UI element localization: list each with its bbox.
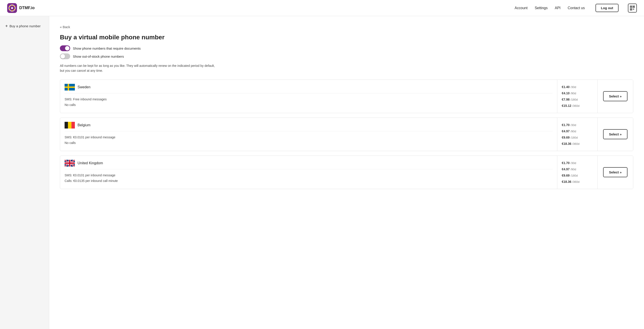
svg-rect-33 xyxy=(64,162,75,164)
price-value: €9.69 xyxy=(562,136,570,139)
svg-rect-18 xyxy=(633,9,634,10)
price-value: €9.69 xyxy=(562,174,570,177)
card-details: SMS: €0.0101 per inbound message No call… xyxy=(64,134,552,146)
country-name: United Kingdom xyxy=(78,161,103,165)
price-row: €7.98 /180d xyxy=(562,96,593,102)
calls-info: No calls xyxy=(64,102,552,108)
price-value: €1.70 xyxy=(562,161,570,165)
sidebar-item-buy-number[interactable]: + Buy a phone number xyxy=(4,22,45,30)
logo: DTMF.io xyxy=(7,3,35,13)
card-header: Sweden xyxy=(64,84,552,94)
price-row: €1.70 /30d xyxy=(562,122,593,128)
toggle-knob-outofstock xyxy=(60,54,65,58)
price-period: /30d xyxy=(570,86,576,89)
logo-svg xyxy=(8,4,16,12)
toggle-row-documents: Show phone numbers that require document… xyxy=(60,45,633,51)
price-period: /30d xyxy=(570,124,576,127)
card-prices: €1.70 /30d €4.97 /90d €9.69 /180d €18.36… xyxy=(557,156,597,189)
svg-rect-11 xyxy=(633,6,634,7)
app-name: DTMF.io xyxy=(19,6,35,10)
nav-api[interactable]: API xyxy=(555,6,561,10)
price-period: /360d xyxy=(572,104,580,108)
qr-icon xyxy=(630,6,635,10)
toggle-documents[interactable] xyxy=(60,45,70,51)
card-main: Belgium SMS: €0.0101 per inbound message… xyxy=(60,118,557,151)
select-button-gb[interactable]: Select » xyxy=(603,167,628,177)
toggle-row-outofstock: Show out-of-stock phone numbers xyxy=(60,54,633,59)
price-period: /180d xyxy=(570,136,578,139)
back-link[interactable]: « Back xyxy=(60,25,70,29)
nav-contact[interactable]: Contact us xyxy=(568,6,585,10)
price-row: €15.12 /360d xyxy=(562,102,593,109)
svg-rect-24 xyxy=(72,122,75,128)
price-period: /180d xyxy=(570,174,578,177)
select-button-se[interactable]: Select » xyxy=(603,91,628,101)
flag-be xyxy=(64,122,75,128)
toggle-outofstock[interactable] xyxy=(60,54,70,59)
price-value: €4.97 xyxy=(562,130,570,133)
svg-point-7 xyxy=(11,7,13,9)
svg-point-1 xyxy=(12,5,13,6)
price-period: /30d xyxy=(570,161,576,165)
nav-settings[interactable]: Settings xyxy=(535,6,548,10)
svg-rect-16 xyxy=(633,10,633,10)
card-details: SMS: €0.0101 per inbound message Calls: … xyxy=(64,172,552,184)
svg-point-3 xyxy=(14,9,15,10)
svg-point-6 xyxy=(9,6,10,7)
calls-info: Calls: €0.0135 per inbound call minute xyxy=(64,178,552,184)
price-value: €18.36 xyxy=(562,142,572,146)
svg-rect-15 xyxy=(634,8,634,9)
svg-rect-23 xyxy=(68,122,71,128)
country-card-se: Sweden SMS: Free inbound messages No cal… xyxy=(60,80,633,113)
calls-info: No calls xyxy=(64,140,552,146)
card-action: Select » xyxy=(597,118,633,151)
price-row: €9.69 /180d xyxy=(562,172,593,178)
card-main: Sweden SMS: Free inbound messages No cal… xyxy=(60,80,557,113)
price-row: €1.40 /30d xyxy=(562,84,593,90)
toggle-knob-documents xyxy=(65,46,70,50)
price-row: €1.70 /30d xyxy=(562,160,593,166)
logo-icon xyxy=(7,3,17,13)
toggle-documents-label: Show phone numbers that require document… xyxy=(73,46,141,50)
toggles-section: Show phone numbers that require document… xyxy=(60,45,633,59)
page-title: Buy a virtual mobile phone number xyxy=(60,34,633,41)
plus-icon: + xyxy=(5,24,8,28)
price-value: €4.10 xyxy=(562,92,570,95)
card-header: Belgium xyxy=(64,122,552,132)
card-main: United Kingdom SMS: €0.0101 per inbound … xyxy=(60,156,557,189)
price-row: €18.36 /360d xyxy=(562,140,593,147)
header: DTMF.io Account Settings API Contact us … xyxy=(0,0,644,16)
header-nav: Account Settings API Contact us Log out xyxy=(514,4,637,12)
nav-account[interactable]: Account xyxy=(514,6,528,10)
sms-info: SMS: €0.0101 per inbound message xyxy=(64,134,552,140)
layout: + Buy a phone number « Back Buy a virtua… xyxy=(0,16,644,329)
price-row: €4.97 /90d xyxy=(562,166,593,172)
sidebar: + Buy a phone number xyxy=(0,16,49,329)
price-value: €15.12 xyxy=(562,104,572,108)
price-value: €7.98 xyxy=(562,98,570,101)
price-period: /360d xyxy=(572,142,580,146)
qr-button[interactable] xyxy=(628,4,637,12)
svg-point-5 xyxy=(9,9,10,10)
country-name: Belgium xyxy=(78,123,90,127)
svg-rect-21 xyxy=(64,86,75,88)
main-content: « Back Buy a virtual mobile phone number… xyxy=(49,16,644,329)
svg-rect-9 xyxy=(630,6,632,7)
card-header: United Kingdom xyxy=(64,160,552,170)
svg-rect-22 xyxy=(64,122,68,128)
country-card-be: Belgium SMS: €0.0101 per inbound message… xyxy=(60,118,633,151)
card-prices: €1.70 /30d €4.97 /90d €9.69 /180d €18.36… xyxy=(557,118,597,151)
price-row: €18.36 /360d xyxy=(562,178,593,185)
logout-button[interactable]: Log out xyxy=(596,4,618,12)
country-name: Sweden xyxy=(78,85,90,89)
svg-rect-13 xyxy=(630,9,632,10)
flag-se xyxy=(64,84,75,90)
price-value: €1.70 xyxy=(562,123,570,127)
price-value: €1.40 xyxy=(562,85,570,89)
card-action: Select » xyxy=(597,156,633,189)
svg-rect-17 xyxy=(634,10,634,10)
country-card-gb: United Kingdom SMS: €0.0101 per inbound … xyxy=(60,156,633,189)
sms-info: SMS: Free inbound messages xyxy=(64,96,552,102)
select-button-be[interactable]: Select » xyxy=(603,129,628,139)
svg-point-4 xyxy=(12,10,13,11)
